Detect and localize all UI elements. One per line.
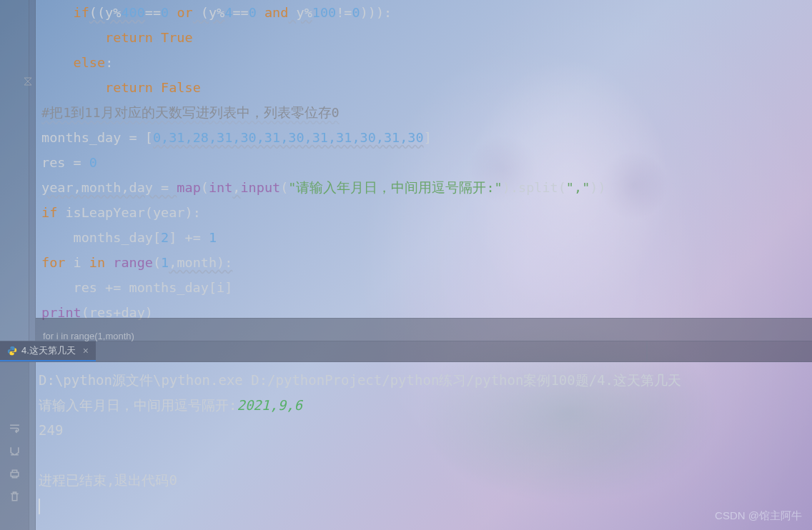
num-literal: 1 — [209, 230, 217, 245]
keyword-or: or — [177, 5, 192, 20]
console-pane: D:\python源文件\python.exe D:/pythonProject… — [0, 362, 812, 530]
num-literal: 0 — [249, 5, 257, 20]
op: != — [336, 5, 352, 20]
structure-marker-icon[interactable] — [23, 76, 33, 86]
num-literal: 400 — [121, 5, 144, 20]
code-editor[interactable]: if((y%400==0 or (y%4==0 and y%100!=0))):… — [36, 0, 812, 341]
num-list: 0,31,28,31,30,31,30,31,31,30,31,30 — [153, 130, 424, 145]
user-input: 2021,9,6 — [237, 397, 302, 413]
code-text: year,month,day = — [41, 180, 177, 195]
code-text: ] — [424, 130, 432, 145]
console-result-line: 249 — [39, 418, 809, 443]
code-text: months_day = [ — [41, 130, 153, 145]
console-divider — [29, 362, 36, 530]
code-text: , — [232, 180, 240, 195]
op: == — [145, 5, 161, 20]
builtin-range: range — [113, 255, 153, 270]
keyword-else: else — [74, 55, 106, 70]
console-cursor-line — [39, 493, 809, 518]
console-toolbar — [0, 362, 29, 530]
keyword-return: return — [105, 80, 153, 95]
num-literal: 0 — [161, 5, 169, 20]
builtin-map: map — [177, 180, 200, 195]
comment: #把1到11月对应的天数写进列表中，列表零位存0 — [41, 105, 340, 120]
code-text: ( — [201, 180, 209, 195]
num-literal: 1 — [161, 255, 169, 270]
svg-rect-0 — [11, 472, 19, 476]
num-literal: 0 — [352, 5, 360, 20]
console-output[interactable]: D:\python源文件\python.exe D:/pythonProject… — [36, 362, 812, 530]
code-text: ( — [280, 180, 288, 195]
python-icon — [7, 346, 17, 356]
close-tab-icon[interactable]: × — [83, 345, 89, 356]
soft-wrap-button[interactable] — [6, 419, 23, 436]
code-text: i — [65, 255, 89, 270]
editor-gutter — [0, 0, 29, 341]
code-text: ).split( — [502, 180, 566, 195]
console-prompt-line: 请输入年月日，中间用逗号隔开:2021,9,6 — [39, 393, 809, 418]
prompt-text: 请输入年月日，中间用逗号隔开: — [39, 397, 237, 413]
ide-window: if((y%400==0 or (y%4==0 and y%100!=0))):… — [0, 0, 812, 530]
keyword-in: in — [89, 255, 105, 270]
code-text: months_day[ — [41, 230, 161, 245]
code-text: y% — [288, 5, 312, 20]
num-literal: 2 — [161, 230, 169, 245]
code-text: ))): — [360, 5, 392, 20]
code-text: isLeapYear(year): — [57, 205, 200, 220]
code-text: res = — [41, 155, 89, 170]
console-blank-line — [39, 443, 809, 468]
code-text: ( — [153, 255, 161, 270]
code-text: ] += — [169, 230, 209, 245]
string-literal: "请输入年月日，中间用逗号隔开:" — [288, 180, 502, 195]
console-command-line: D:\python源文件\python.exe D:/pythonProject… — [39, 368, 809, 393]
keyword-if: if — [74, 5, 89, 20]
bool-literal: False — [161, 80, 201, 95]
code-text: ((y% — [89, 5, 122, 20]
code-text: )) — [590, 180, 605, 195]
keyword-return: return — [105, 30, 153, 45]
delete-button[interactable] — [6, 488, 23, 505]
keyword-and: and — [264, 5, 288, 20]
num-literal: 100 — [312, 5, 336, 20]
keyword-for: for — [41, 255, 65, 270]
scroll-to-end-button[interactable] — [6, 442, 23, 459]
code-text: res += months_day[i] — [41, 280, 232, 295]
console-exit-line: 进程已结束,退出代码0 — [39, 468, 809, 493]
text-cursor — [39, 499, 40, 514]
bool-literal: True — [161, 30, 193, 45]
code-text: (y% — [193, 5, 225, 20]
builtin-input: input — [240, 180, 280, 195]
code-breadcrumb[interactable]: for i in range(1,month) — [36, 318, 812, 341]
print-button[interactable] — [6, 465, 23, 482]
watermark: CSDN @馆主阿牛 — [715, 509, 802, 523]
gutter-divider — [29, 0, 36, 341]
code-text: : — [105, 55, 113, 70]
num-literal: 4 — [224, 5, 232, 20]
op: == — [232, 5, 248, 20]
num-literal: 0 — [89, 155, 97, 170]
builtin-int: int — [209, 180, 232, 195]
keyword-if: if — [41, 205, 57, 220]
code-text: ,month): — [169, 255, 232, 270]
string-literal: "," — [566, 180, 590, 195]
editor-pane: if((y%400==0 or (y%4==0 and y%100!=0))):… — [0, 0, 812, 341]
